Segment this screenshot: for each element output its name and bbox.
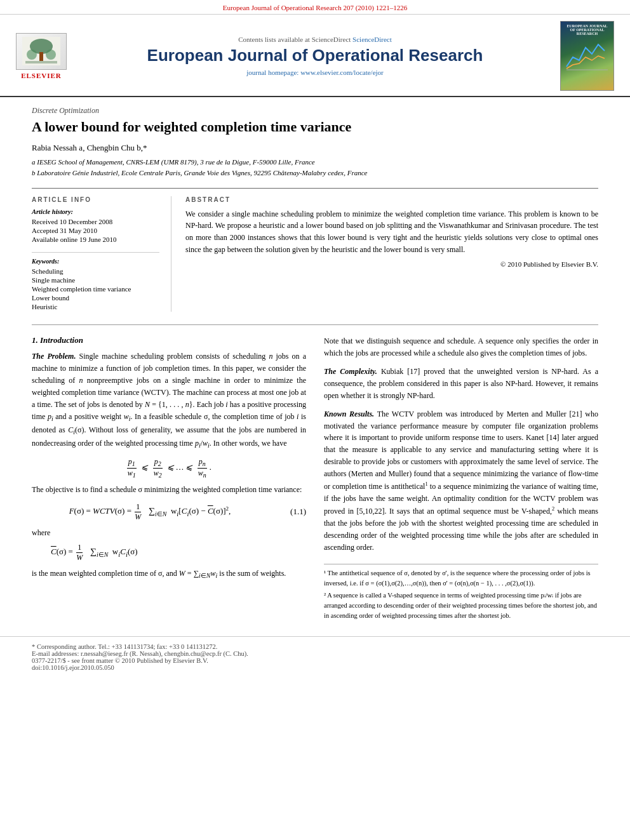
available-date: Available online 19 June 2010 [32,236,159,243]
complexity-para: The Complexity. Kubiak [17] proved that … [324,366,598,402]
intro-paragraph1: The Problem. Single machine scheduling p… [32,350,306,451]
abstract-header: ABSTRACT [185,196,598,203]
article-info-abstract: ARTICLE INFO Article history: Received 1… [32,188,598,312]
left-column: 1. Introduction The Problem. Single mach… [32,335,306,623]
journal-center: Contents lists available at ScienceDirec… [70,36,560,76]
introduction-title: 1. Introduction [32,335,306,345]
email-note: E-mail addresses: r.nessah@ieseg.fr (R. … [32,650,598,657]
svg-point-4 [46,50,56,60]
intro-paragraph3: is the mean weighted completion time of … [32,568,306,581]
elsevier-text: ELSEVIER [21,72,62,79]
sciencedirect-link[interactable]: ScienceDirect [352,36,392,43]
article-title: A lower bound for weighted completion ti… [32,118,598,137]
keyword-single-machine: Single machine [32,276,159,284]
right-column: Note that we distinguish sequence and sc… [324,335,598,623]
journal-header: ELSEVIER Contents lists available at Sci… [0,15,630,97]
abstract-section: ABSTRACT We consider a single machine sc… [171,196,598,312]
article-info: ARTICLE INFO Article history: Received 1… [32,196,171,312]
svg-rect-5 [25,61,57,63]
footer: * Corresponding author. Tel.: +33 141131… [0,636,630,677]
equation-1-1: F(σ) = WCTV(σ) = 1W ∑i∈N wi[Ci(σ) − C(σ)… [32,502,306,522]
keyword-scheduling: Scheduling [32,267,159,275]
affiliations: a IESEG School of Management, CNRS-LEM (… [32,157,598,179]
top-header: European Journal of Operational Research… [0,0,630,15]
svg-point-3 [27,50,37,60]
cbar-formula: C(σ) = 1W ∑i∈N wiCi(σ) [51,543,306,563]
history-label: Article history: [32,208,159,215]
journal-cover: EUROPEAN JOURNALOF OPERATIONALRESEARCH [560,21,617,91]
accepted-date: Accepted 31 May 2010 [32,227,159,234]
keyword-heuristic: Heuristic [32,303,159,310]
footnotes: ¹ The antithetical sequence of σ, denote… [324,564,598,621]
intro-paragraph2: The objective is to find a schedule σ mi… [32,484,306,496]
doi: doi:10.1016/j.ejor.2010.05.050 [32,664,598,671]
footnote-1: ¹ The antithetical sequence of σ, denote… [324,568,598,589]
received-date: Received 10 December 2008 [32,218,159,225]
cover-chart [563,38,611,73]
main-content: Discrete Optimization A lower bound for … [0,97,630,636]
authors: Rabia Nessah a, Chengbin Chu b,* [32,143,598,153]
keywords-section: Keywords: Scheduling Single machine Weig… [32,252,159,310]
section-divider [32,324,598,325]
journal-homepage: journal homepage: www.elsevier.com/locat… [76,69,554,76]
homepage-link[interactable]: journal homepage: www.elsevier.com/locat… [246,69,384,76]
keywords-label: Keywords: [32,258,159,265]
article-info-header: ARTICLE INFO [32,196,159,203]
elsevier-illustration [22,37,60,65]
known-results-para: Known Results. The WCTV problem was intr… [324,408,598,554]
issn: 0377-2217/$ - see front matter © 2010 Pu… [32,657,598,664]
keyword-lower-bound: Lower bound [32,294,159,302]
copyright: © 2010 Published by Elsevier B.V. [185,260,598,268]
abstract-text: We consider a single machine scheduling … [185,208,598,255]
right-para1: Note that we distinguish sequence and sc… [324,335,598,359]
svg-rect-6 [563,38,611,73]
corresponding-note: * Corresponding author. Tel.: +33 141131… [32,643,598,650]
journal-title: European Journal of Operational Research [76,46,554,65]
cover-image: EUROPEAN JOURNALOF OPERATIONALRESEARCH [560,21,614,91]
where-text: where [32,528,306,538]
body-columns: 1. Introduction The Problem. Single mach… [32,335,598,623]
keyword-wctv: Weighted completion time variance [32,285,159,293]
section-label: Discrete Optimization [32,106,598,116]
svg-rect-2 [39,52,43,61]
elsevier-logo-box [16,33,67,70]
elsevier-logo: ELSEVIER [13,33,70,79]
sciencedirect-notice: Contents lists available at ScienceDirec… [76,36,554,43]
ordering-formula: p1w1 ⩽ p2w2 ⩽ … ⩽ pnwn . [32,457,306,479]
footnote-2: ² A sequence is called a V-shaped sequen… [324,590,598,620]
